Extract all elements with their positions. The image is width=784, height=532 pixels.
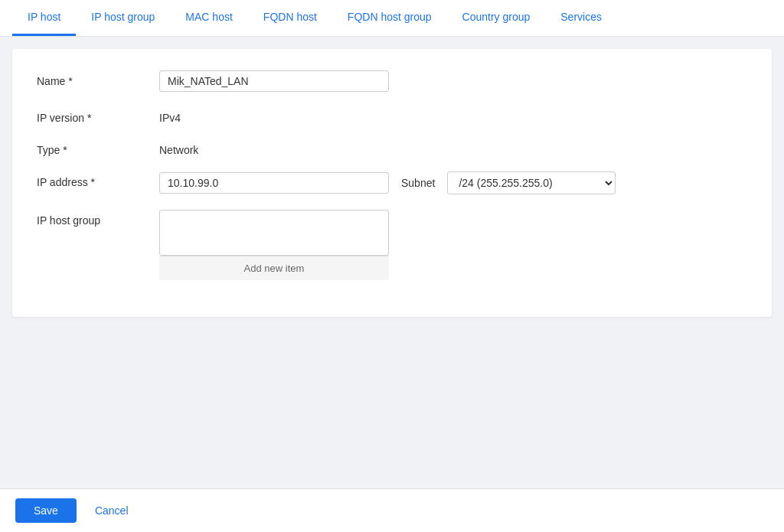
tab-services[interactable]: Services (545, 0, 617, 36)
ip-version-label: IP version * (37, 107, 159, 124)
ip-host-group-label: IP host group (37, 210, 159, 227)
tab-fqdn-host-group[interactable]: FQDN host group (332, 0, 447, 36)
add-new-item-button[interactable]: Add new item (159, 256, 389, 280)
name-label: Name * (37, 70, 159, 87)
ip-address-row: IP address * Subnet /24 (255.255.255.0) … (37, 171, 747, 194)
tab-bar: IP host IP host group MAC host FQDN host… (0, 0, 784, 37)
ip-host-group-container: Add new item (159, 210, 389, 280)
save-button[interactable]: Save (15, 498, 77, 523)
ip-version-row: IP version * IPv4 (37, 107, 747, 124)
tab-ip-host[interactable]: IP host (12, 0, 76, 36)
ip-address-fields: Subnet /24 (255.255.255.0) /8 (255.0.0.0… (159, 171, 616, 194)
group-list-area (159, 210, 389, 256)
tab-country-group[interactable]: Country group (447, 0, 546, 36)
main-content: Name * IP version * IPv4 Type * Network … (0, 37, 784, 488)
name-row: Name * (37, 70, 747, 92)
type-row: Type * Network (37, 139, 747, 156)
ip-host-group-row: IP host group Add new item (37, 210, 747, 280)
ip-address-label: IP address * (37, 171, 159, 188)
ip-version-value: IPv4 (159, 107, 181, 124)
name-input[interactable] (159, 70, 389, 92)
tab-fqdn-host[interactable]: FQDN host (248, 0, 332, 36)
cancel-button[interactable]: Cancel (89, 498, 135, 523)
ip-address-input[interactable] (159, 172, 389, 194)
footer: Save Cancel (0, 488, 784, 532)
type-value: Network (159, 139, 198, 156)
subnet-select[interactable]: /24 (255.255.255.0) /8 (255.0.0.0) /16 (… (447, 171, 616, 194)
form-card: Name * IP version * IPv4 Type * Network … (12, 49, 772, 317)
tab-ip-host-group[interactable]: IP host group (76, 0, 170, 36)
subnet-label: Subnet (401, 177, 435, 189)
type-label: Type * (37, 139, 159, 156)
tab-mac-host[interactable]: MAC host (170, 0, 247, 36)
